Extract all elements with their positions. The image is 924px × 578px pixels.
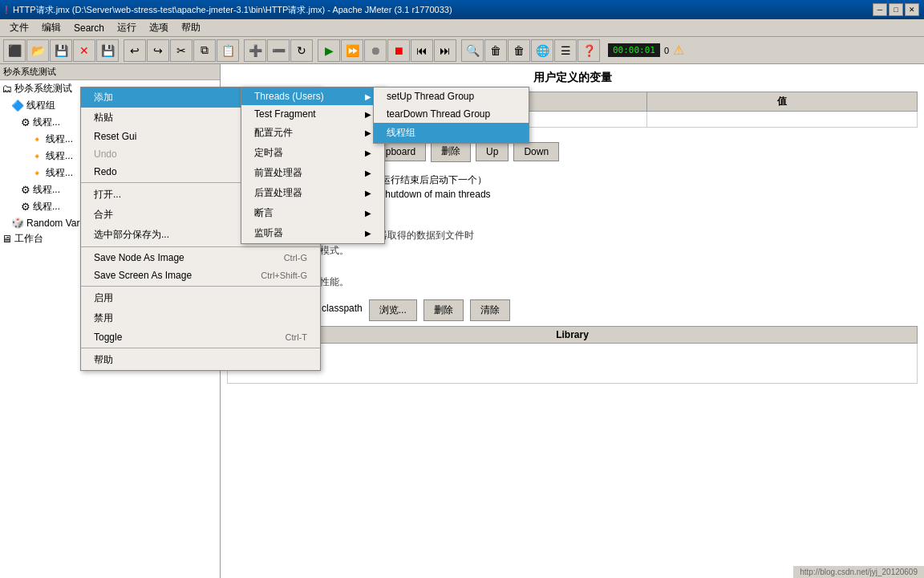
classpath-clear-button[interactable]: 清除: [470, 299, 510, 321]
root-icon: 🗂: [2, 83, 12, 95]
submenu-config[interactable]: 配置元件 ▶: [241, 123, 384, 143]
maximize-button[interactable]: □: [889, 3, 903, 16]
ctx-savescreenas-label: Save Screen As Image: [94, 270, 192, 281]
classpath-delete-button[interactable]: 删除: [424, 299, 464, 321]
tgc2-icon: 🔸: [30, 133, 43, 145]
tb-run[interactable]: ▶: [318, 39, 340, 62]
tree-label-tg3: 线程...: [33, 200, 60, 214]
tb-run-no-pause[interactable]: ⏩: [341, 39, 363, 62]
tg2-icon: ⚙: [21, 184, 30, 196]
submenu2-setup[interactable]: setUp Thread Group: [374, 88, 529, 105]
tree-label-root: 秒杀系统测试: [14, 82, 72, 96]
tb-clear-all[interactable]: 🗑: [508, 39, 530, 62]
menu-run[interactable]: 运行: [111, 19, 143, 36]
submenu-config-label: 配置元件: [254, 126, 293, 140]
up-button[interactable]: Up: [476, 142, 509, 161]
tb-stop2[interactable]: ⏹: [387, 39, 410, 62]
tb-save[interactable]: 💾: [50, 39, 72, 62]
tb-stop[interactable]: ⬛: [3, 39, 26, 62]
delete-button[interactable]: 删除: [431, 140, 471, 162]
tree-label-tg1: 线程组: [26, 99, 55, 112]
tb-forward[interactable]: ⏭: [434, 39, 456, 62]
tb-refresh[interactable]: ↻: [290, 39, 313, 62]
tb-expand[interactable]: ➕: [244, 39, 266, 62]
library-cell[interactable]: [228, 343, 918, 383]
tb-save2[interactable]: 💾: [96, 39, 119, 62]
ctx-help-label: 帮助: [94, 353, 113, 367]
ctx-sep4: [81, 348, 320, 348]
submenu2-teardown-label: tearDown Thread Group: [387, 108, 490, 120]
submenu-testfragment[interactable]: Test Fragment ▶: [241, 105, 384, 123]
count-display: 0: [664, 46, 669, 55]
ctx-saveasimage-shortcut: Ctrl-G: [284, 253, 307, 263]
menu-search[interactable]: Search: [67, 21, 111, 35]
menu-options[interactable]: 选项: [143, 19, 175, 36]
submenu-assertion-arrow: ▶: [365, 209, 371, 218]
ctx-disable[interactable]: 禁用: [81, 308, 320, 328]
ctx-savescreenas[interactable]: Save Screen As Image Ctrl+Shift-G: [81, 267, 320, 284]
tb-clear[interactable]: 🗑: [484, 39, 507, 62]
ctx-help[interactable]: 帮助: [81, 350, 320, 370]
tg3-icon: ⚙: [21, 201, 30, 213]
tb-rewind[interactable]: ⏮: [411, 39, 433, 62]
tb-list[interactable]: ☰: [554, 39, 577, 62]
ctx-toggle[interactable]: Toggle Ctrl-T: [81, 328, 320, 346]
library-header: Library: [228, 326, 918, 343]
down-button[interactable]: Down: [513, 142, 559, 161]
submenu2-setup-label: setUp Thread Group: [387, 91, 474, 102]
menu-help[interactable]: 帮助: [175, 19, 207, 36]
submenu2-threadgroup[interactable]: 线程组: [374, 123, 529, 143]
tree-label-tgc3: 线程...: [46, 149, 73, 163]
submenu-timer[interactable]: 定时器 ▶: [241, 143, 384, 163]
ctx-open-label: 打开...: [94, 188, 121, 201]
ctx-sep3: [81, 286, 320, 287]
tb-browse[interactable]: 🌐: [531, 39, 553, 62]
tb-search[interactable]: 🔍: [461, 39, 484, 62]
submenu-postproc[interactable]: 后置处理器 ▶: [241, 183, 384, 203]
ctx-saveasimage[interactable]: Save Node As Image Ctrl-G: [81, 249, 320, 267]
tree-label-tgc4: 线程...: [46, 166, 73, 180]
submenu-listener-label: 监听器: [254, 226, 283, 240]
tb-cut[interactable]: ✂: [170, 39, 192, 62]
tb-paste[interactable]: 📋: [217, 39, 239, 62]
submenu-add: Threads (Users) ▶ Test Fragment ▶ 配置元件 ▶…: [241, 87, 385, 244]
submenu-listener[interactable]: 监听器 ▶: [241, 223, 384, 243]
submenu-threads-users: setUp Thread Group tearDown Thread Group…: [373, 87, 529, 144]
minimize-button[interactable]: ─: [873, 3, 887, 16]
window-title: HTTP请求.jmx (D:\Server\web-stress-test\ap…: [13, 4, 873, 16]
submenu-preproc[interactable]: 前置处理器 ▶: [241, 163, 384, 183]
table-cell-value[interactable]: [646, 112, 917, 128]
tb-copy[interactable]: ⧉: [193, 39, 216, 62]
ctx-toggle-label: Toggle: [94, 332, 122, 343]
tree-label-workbench: 工作台: [14, 232, 43, 246]
menu-file[interactable]: 文件: [3, 19, 35, 36]
tb-collapse[interactable]: ➖: [267, 39, 290, 62]
tb-question[interactable]: ❓: [578, 39, 600, 62]
tb-close[interactable]: ✕: [73, 39, 95, 62]
close-button[interactable]: ✕: [905, 3, 919, 16]
menu-edit[interactable]: 编辑: [35, 19, 67, 36]
app-icon: !: [5, 3, 8, 16]
submenu2-teardown[interactable]: tearDown Thread Group: [374, 105, 529, 123]
toolbar: ⬛ 📂 💾 ✕ 💾 ↩ ↪ ✂ ⧉ 📋 ➕ ➖ ↻ ▶ ⏩ ⏺ ⏹ ⏮ ⏭ 🔍 …: [0, 37, 924, 64]
tb-record[interactable]: ⏺: [364, 39, 387, 62]
submenu-assertion-label: 断言: [254, 206, 274, 220]
tgc1-icon: ⚙: [21, 116, 30, 128]
ctx-undo-label: Undo: [94, 149, 117, 160]
submenu-threads[interactable]: Threads (Users) ▶: [241, 88, 384, 105]
tb-redo[interactable]: ↪: [147, 39, 169, 62]
browse-button[interactable]: 浏览...: [369, 299, 417, 321]
ctx-merge-label: 合并: [94, 208, 113, 222]
ctx-sep2: [81, 246, 320, 247]
status-bar: http://blog.csdn.net/jyj_20120609: [793, 566, 924, 578]
submenu-assertion[interactable]: 断言 ▶: [241, 203, 384, 223]
submenu-preproc-label: 前置处理器: [254, 166, 302, 180]
ctx-toggle-shortcut: Ctrl-T: [286, 332, 308, 342]
warning-icon: ⚠: [673, 43, 684, 58]
ctx-enable[interactable]: 启用: [81, 288, 320, 308]
tree-label-tgc2: 线程...: [46, 132, 73, 146]
tb-undo[interactable]: ↩: [124, 39, 146, 62]
tb-open[interactable]: 📂: [26, 39, 49, 62]
desc2: 才需要选择函数测试模式。: [233, 243, 911, 258]
submenu-testfragment-label: Test Fragment: [254, 108, 316, 120]
